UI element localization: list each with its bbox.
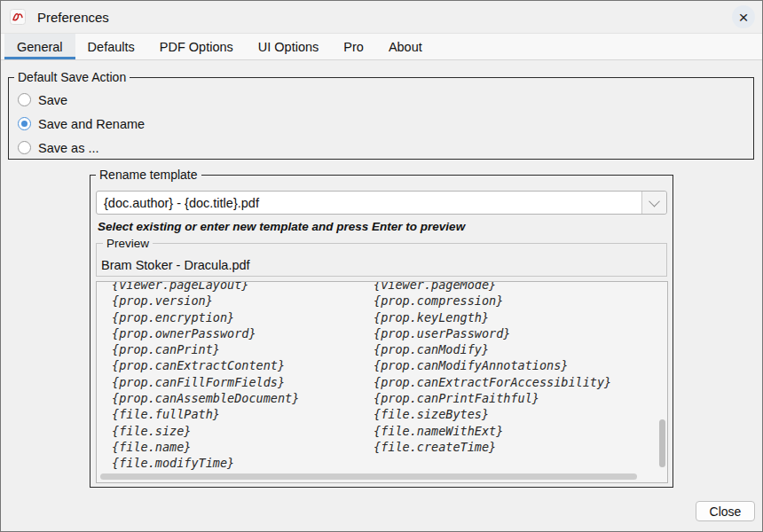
variable-cell: {prop.canModify} <box>374 341 489 357</box>
radio-option-save-and-rename[interactable]: Save and Rename <box>18 112 748 136</box>
variable-cell: {prop.canPrintFaithful} <box>374 390 539 406</box>
variable-cell: {prop.ownerPassword} <box>97 325 374 341</box>
template-combobox[interactable]: {doc.author} - {doc.title}.pdf <box>96 191 667 215</box>
preview-legend: Preview <box>103 237 153 250</box>
radio-option-save-as[interactable]: Save as ... <box>18 136 748 160</box>
template-combobox-value[interactable]: {doc.author} - {doc.title}.pdf <box>97 196 641 210</box>
preview-group: Preview Bram Stoker - Dracula.pdf <box>96 243 667 277</box>
tab-pro[interactable]: Pro <box>331 34 376 59</box>
variable-cell: {prop.userPassword} <box>374 325 510 341</box>
variable-row: {prop.canPrint}{prop.canModify} <box>97 341 667 357</box>
variable-cell: {prop.canExtractForAccessibility} <box>374 374 611 390</box>
title-bar: Preferences × <box>1 1 762 34</box>
template-variables-list[interactable]: {viewer.pageLayout}{viewer.pageMode}{pro… <box>96 281 668 483</box>
group-legend: Rename template <box>96 168 201 182</box>
tab-defaults[interactable]: Defaults <box>75 34 147 59</box>
save-action-options: SaveSave and RenameSave as ... <box>18 88 748 160</box>
combobox-dropdown-button[interactable] <box>641 192 666 214</box>
general-tab-content: Default Save Action SaveSave and RenameS… <box>1 60 762 531</box>
variable-cell: {prop.keyLength} <box>374 309 489 325</box>
template-variables-rows: {viewer.pageLayout}{viewer.pageMode}{pro… <box>97 281 667 472</box>
vertical-scrollbar[interactable] <box>657 284 665 473</box>
variable-cell: {file.modifyTime} <box>97 455 374 471</box>
rename-template-group: Rename template {doc.author} - {doc.titl… <box>90 175 673 488</box>
variable-row: {file.modifyTime} <box>97 455 667 471</box>
preview-filename: Bram Stoker - Dracula.pdf <box>101 258 250 272</box>
window-close-icon[interactable]: × <box>732 5 755 28</box>
variable-cell: {prop.canExtractContent} <box>97 357 374 373</box>
default-save-action-group: Default Save Action SaveSave and RenameS… <box>8 77 754 160</box>
group-legend: Default Save Action <box>14 70 130 84</box>
variable-cell: {file.nameWithExt} <box>374 423 503 439</box>
variable-row: {prop.version}{prop.compression} <box>97 293 667 309</box>
variable-row: {prop.canFillFormFields}{prop.canExtract… <box>97 374 667 390</box>
tab-bar: GeneralDefaultsPDF OptionsUI OptionsProA… <box>1 34 762 60</box>
variable-row: {file.name}{file.createTime} <box>97 439 667 455</box>
variable-cell: {viewer.pageLayout} <box>97 281 374 293</box>
variable-cell: {file.fullPath} <box>97 406 374 422</box>
variable-cell: {prop.compression} <box>374 293 503 309</box>
tab-general[interactable]: General <box>4 34 75 59</box>
variable-cell: {prop.canModifyAnnotations} <box>374 357 568 373</box>
chevron-down-icon <box>649 196 660 207</box>
radio-label: Save and Rename <box>38 117 145 131</box>
close-button[interactable]: Close <box>696 501 755 521</box>
variable-cell: {prop.canPrint} <box>97 341 374 357</box>
variable-row: {prop.encryption}{prop.keyLength} <box>97 309 667 325</box>
variable-row: {prop.ownerPassword}{prop.userPassword} <box>97 325 667 341</box>
tab-about[interactable]: About <box>376 34 435 59</box>
horizontal-scrollbar-thumb[interactable] <box>100 473 637 480</box>
variable-cell: {prop.canFillFormFields} <box>97 374 374 390</box>
radio-option-save[interactable]: Save <box>18 88 748 112</box>
variable-cell: {file.size} <box>97 423 374 439</box>
variable-cell: {file.sizeBytes} <box>374 406 489 422</box>
variable-cell: {file.createTime} <box>374 439 496 455</box>
radio-label: Save as ... <box>38 141 99 155</box>
variable-row: {file.fullPath}{file.sizeBytes} <box>97 406 667 422</box>
variable-row: {prop.canAssembleDocument}{prop.canPrint… <box>97 390 667 406</box>
variable-cell: {prop.canAssembleDocument} <box>97 390 374 406</box>
variable-cell: {prop.encryption} <box>97 309 374 325</box>
horizontal-scrollbar[interactable] <box>99 473 654 481</box>
variable-cell: {file.name} <box>97 439 374 455</box>
variable-row: {file.size}{file.nameWithExt} <box>97 423 667 439</box>
radio-button-icon[interactable] <box>18 93 31 106</box>
radio-button-icon[interactable] <box>18 141 31 154</box>
variable-row: {prop.canExtractContent}{prop.canModifyA… <box>97 357 667 373</box>
pdf-logo-icon <box>10 9 26 25</box>
template-instruction-text: Select existing or enter new template an… <box>98 220 465 233</box>
variable-cell: {viewer.pageMode} <box>374 281 496 293</box>
radio-button-icon[interactable] <box>18 117 31 130</box>
preferences-window: Preferences × GeneralDefaultsPDF Options… <box>0 0 763 532</box>
tab-ui-options[interactable]: UI Options <box>246 34 332 59</box>
vertical-scrollbar-thumb[interactable] <box>659 419 665 467</box>
radio-label: Save <box>38 93 67 107</box>
tab-pdf-options[interactable]: PDF Options <box>147 34 246 59</box>
variable-row: {viewer.pageLayout}{viewer.pageMode} <box>97 281 667 293</box>
variable-cell: {prop.version} <box>97 293 374 309</box>
window-title: Preferences <box>37 10 109 25</box>
